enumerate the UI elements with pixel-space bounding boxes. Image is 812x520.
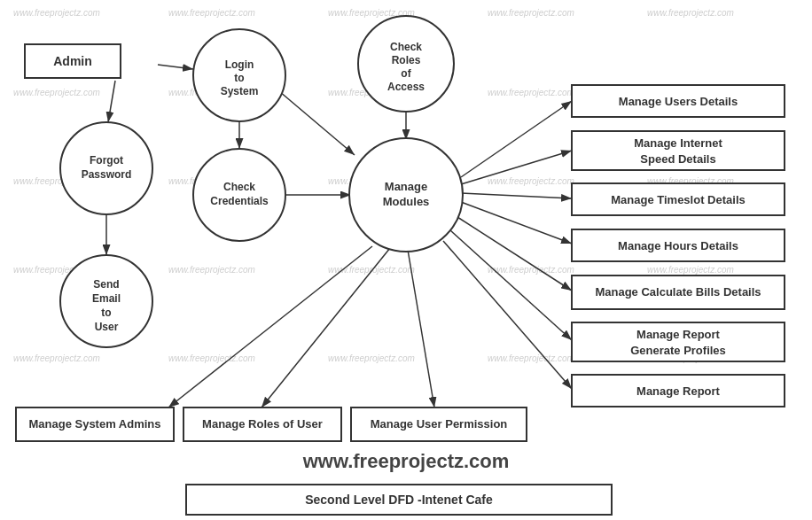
arrow-manage-usersdetails	[461, 101, 572, 177]
watermark: www.freeprojectz.com	[168, 8, 255, 18]
check-roles-label-3: of	[401, 67, 411, 80]
arrow-admin-forgot	[108, 81, 115, 122]
box-report-gen-label-2: Generate Profiles	[630, 344, 726, 357]
watermark: www.freeprojectz.com	[488, 8, 574, 18]
watermark: www.freeprojectz.com	[488, 353, 574, 363]
manage-modules-label-2: Modules	[383, 195, 430, 208]
arrow-manage-report	[443, 241, 572, 389]
check-cred-label-1: Check	[223, 181, 255, 193]
admin-label: Admin	[53, 54, 92, 68]
check-roles-label-1: Check	[390, 41, 422, 53]
check-roles-label-2: Roles	[392, 54, 421, 66]
login-label-2: to	[234, 72, 244, 84]
check-cred-label-2: Credentials	[210, 195, 269, 207]
send-email-label-2: Email	[92, 292, 121, 305]
arrow-manage-hours	[461, 202, 572, 244]
watermark: www.freeprojectz.com	[647, 8, 734, 18]
watermark: www.freeprojectz.com	[647, 265, 734, 275]
send-email-label-1: Send	[93, 278, 119, 291]
box-hours-label: Manage Hours Details	[618, 239, 738, 252]
arrow-admin-login	[158, 65, 193, 69]
arrow-login-manage	[279, 91, 355, 155]
check-roles-label-4: Access	[387, 81, 425, 93]
footer-title-label: Second Level DFD -Intenet Cafe	[305, 493, 493, 507]
manage-modules-label-1: Manage	[385, 180, 427, 193]
arrow-manage-permission	[408, 250, 434, 407]
watermark: www.freeprojectz.com	[328, 265, 415, 275]
forgot-pwd-label-2: Password	[82, 168, 132, 181]
website-text: www.freeprojectz.com	[302, 450, 510, 472]
watermark: www.freeprojectz.com	[488, 265, 574, 275]
box-roles-user-label: Manage Roles of User	[202, 417, 323, 431]
watermark: www.freeprojectz.com	[328, 353, 415, 363]
send-email-label-4: User	[95, 321, 119, 333]
diagram-svg: www.freeprojectz.com www.freeprojectz.co…	[0, 0, 812, 520]
login-label-1: Login	[225, 58, 254, 71]
login-label-3: System	[221, 85, 259, 97]
watermark: www.freeprojectz.com	[488, 88, 574, 97]
box-timeslot-label: Manage Timeslot Details	[611, 193, 745, 206]
arrow-manage-roles	[262, 248, 390, 407]
box-report-label: Manage Report	[636, 384, 721, 398]
watermark: www.freeprojectz.com	[13, 353, 100, 363]
arrow-manage-reportgen	[450, 230, 572, 340]
diagram-container: www.freeprojectz.com www.freeprojectz.co…	[0, 0, 812, 520]
box-bills-label: Manage Calculate Bills Details	[595, 285, 761, 299]
watermark: www.freeprojectz.com	[168, 265, 255, 275]
watermark: www.freeprojectz.com	[13, 8, 100, 18]
box-internet-speed-label-1: Manage Internet	[634, 136, 722, 150]
send-email-label-3: to	[101, 307, 111, 319]
box-internet-speed-label-2: Speed Details	[640, 152, 715, 166]
forgot-pwd-label-1: Forgot	[90, 154, 123, 167]
arrow-manage-timeslot	[461, 193, 572, 198]
watermark: www.freeprojectz.com	[488, 176, 574, 186]
box-report-gen-label-1: Manage Report	[636, 328, 721, 341]
watermark: www.freeprojectz.com	[13, 88, 100, 97]
box-user-permission-label: Manage User Permission	[371, 417, 508, 431]
box-users-details-label: Manage Users Details	[619, 95, 738, 108]
arrow-manage-bills	[457, 217, 572, 291]
watermark: www.freeprojectz.com	[168, 353, 255, 363]
box-sys-admins-label: Manage System Admins	[28, 417, 160, 431]
